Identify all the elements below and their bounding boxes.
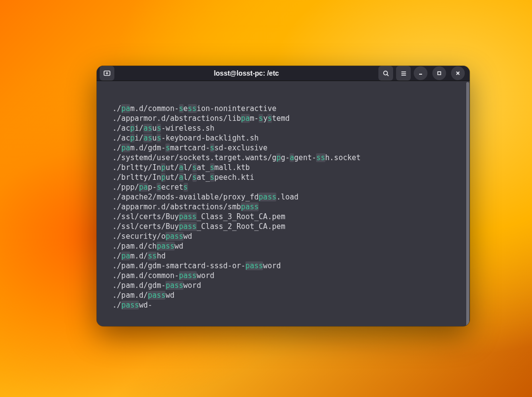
maximize-button[interactable]	[432, 66, 446, 80]
result-line: ./acpi/asus-keyboard-backlight.sh	[104, 133, 465, 143]
result-line: ./acpi/asus-wireless.sh	[104, 123, 465, 133]
result-line: ./pam.d/sshd	[104, 251, 465, 261]
terminal-window: losst@losst-pc: /etc	[97, 66, 470, 326]
result-line: ./pam.d/common-password	[104, 271, 465, 281]
window-title: losst@losst-pc: /etc	[117, 69, 375, 77]
result-line: ./systemd/user/sockets.target.wants/gpg-…	[104, 153, 465, 163]
result-line: ./brltty/Input/al/sat_speech.kti	[104, 172, 465, 182]
result-line: ./brltty/Input/al/sat_small.ktb	[104, 163, 465, 172]
result-line: ./pam.d/passwd	[104, 290, 465, 300]
result-line: ./ssl/certs/Buypass_Class_2_Root_CA.pem	[104, 222, 465, 231]
scrollbar[interactable]	[466, 81, 470, 326]
result-line: ./pam.d/chpasswd	[104, 241, 465, 251]
result-line: ./pam.d/common-session-noninteractive	[104, 104, 465, 113]
scrollbar-thumb[interactable]	[466, 82, 469, 326]
result-line: ./pam.d/gdm-password	[104, 281, 465, 290]
result-line: ./ssl/certs/Buypass_Class_3_Root_CA.pem	[104, 212, 465, 222]
svg-point-3	[383, 71, 387, 75]
result-line: ./security/opasswd	[104, 231, 465, 241]
search-button[interactable]	[378, 66, 393, 81]
close-button[interactable]	[451, 66, 465, 80]
window-titlebar: losst@losst-pc: /etc	[97, 66, 470, 81]
result-line: ./pam.d/gdm-smartcard-sssd-or-password	[104, 261, 465, 271]
svg-rect-9	[438, 72, 441, 75]
svg-line-4	[387, 74, 388, 76]
result-line: ./apparmor.d/abstractions/libpam-systemd	[104, 113, 465, 123]
desktop-wallpaper: losst@losst-pc: /etc	[0, 0, 532, 397]
result-line: ./apache2/mods-available/proxy_fdpass.lo…	[104, 192, 465, 202]
result-line: ./ppp/pap-secrets	[104, 182, 465, 192]
new-tab-button[interactable]	[100, 66, 114, 81]
result-line: ./passwd-	[104, 300, 465, 310]
result-line: ./apparmor.d/abstractions/smbpass	[104, 202, 465, 212]
terminal-output[interactable]: ./pam.d/common-session-noninteractive ./…	[97, 81, 470, 326]
menu-button[interactable]	[396, 66, 411, 81]
result-line: ./pam.d/gdm-smartcard-ssd-exclusive	[104, 143, 465, 153]
minimize-button[interactable]	[414, 66, 427, 80]
